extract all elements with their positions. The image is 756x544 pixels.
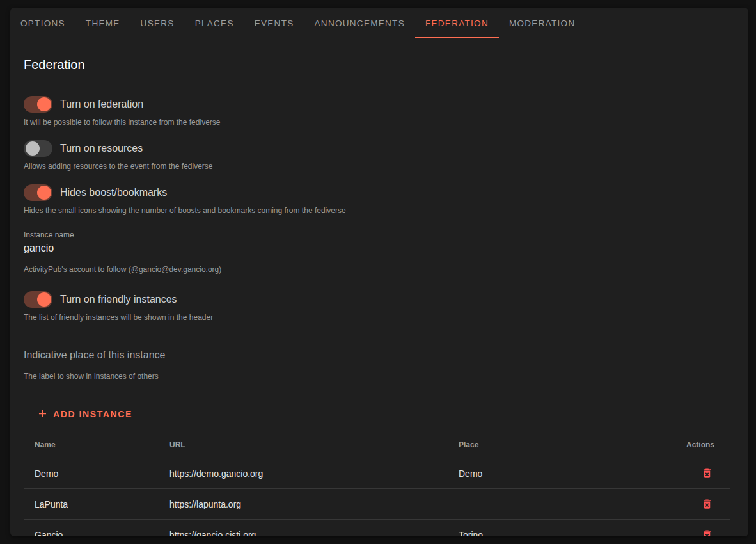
table-header-place: Place: [459, 440, 656, 449]
instance-url-cell: https://demo.gancio.org: [169, 468, 459, 479]
tab-places[interactable]: PLACES: [185, 8, 244, 38]
hide-boost-toggle-label: Hides boost/bookmarks: [60, 187, 167, 198]
hide-boost-toggle[interactable]: [24, 184, 52, 201]
table-header-row: Name URL Place Actions: [24, 431, 730, 458]
instance-name-hint: ActivityPub's account to follow (@gancio…: [24, 265, 730, 274]
tab-options[interactable]: OPTIONS: [10, 8, 75, 38]
delete-forever-icon: [701, 467, 713, 479]
table-row: LaPunta https://lapunta.org: [24, 489, 730, 520]
tab-announcements[interactable]: ANNOUNCEMENTS: [304, 8, 415, 38]
instance-name-cell: LaPunta: [24, 499, 169, 509]
instance-place-cell: Demo: [459, 468, 656, 479]
setting-federation: Turn on federation It will be possible t…: [24, 95, 730, 127]
admin-tabs: OPTIONS THEME USERS PLACES EVENTS ANNOUN…: [10, 8, 748, 38]
instance-place-cell: Torino: [459, 530, 656, 536]
instance-name-input[interactable]: [24, 239, 730, 260]
table-header-url: URL: [169, 440, 459, 449]
toggle-thumb: [37, 97, 51, 111]
instance-name-cell: Gancio: [24, 530, 169, 536]
friendly-instances-toggle[interactable]: [24, 291, 52, 308]
tab-events[interactable]: EVENTS: [244, 8, 304, 38]
federation-toggle-hint: It will be possible to follow this insta…: [24, 118, 730, 127]
setting-boost-bookmarks: Hides boost/bookmarks Hides the small ic…: [24, 184, 730, 215]
instance-url-cell: https://lapunta.org: [169, 499, 459, 509]
delete-instance-button[interactable]: [700, 497, 714, 511]
table-header-actions: Actions: [656, 440, 730, 449]
resources-toggle[interactable]: [24, 140, 52, 157]
tab-federation[interactable]: FEDERATION: [415, 8, 499, 38]
toggle-thumb: [37, 292, 51, 307]
friendly-instances-toggle-label: Turn on friendly instances: [60, 294, 177, 305]
table-row: Gancio https://gancio.cisti.org Torino: [24, 520, 730, 536]
tab-theme[interactable]: THEME: [75, 8, 130, 38]
instance-url-cell: https://gancio.cisti.org: [169, 530, 459, 536]
hide-boost-toggle-hint: Hides the small icons showing the number…: [24, 206, 730, 215]
delete-forever-icon: [701, 529, 713, 536]
table-row: Demo https://demo.gancio.org Demo: [24, 458, 730, 489]
setting-friendly-instances: Turn on friendly instances The list of f…: [24, 291, 730, 322]
delete-instance-button[interactable]: [700, 466, 714, 481]
instance-place-field-group: The label to show in instances of others: [24, 346, 730, 381]
federation-settings-panel: Federation Turn on federation It will be…: [10, 38, 748, 536]
add-instance-button-label: ADD INSTANCE: [53, 409, 132, 419]
federation-toggle[interactable]: [24, 96, 52, 113]
federation-toggle-label: Turn on federation: [60, 99, 143, 110]
tab-moderation[interactable]: MODERATION: [499, 8, 586, 38]
instance-name-field-group: Instance name ActivityPub's account to f…: [24, 230, 730, 274]
delete-instance-button[interactable]: [700, 527, 714, 536]
trusted-instances-table: Name URL Place Actions Demo https://demo…: [24, 431, 730, 536]
toggle-thumb: [37, 186, 51, 200]
instance-name-cell: Demo: [24, 468, 169, 479]
instance-place-hint: The label to show in instances of others: [24, 372, 730, 381]
page-title: Federation: [24, 58, 730, 72]
friendly-instances-toggle-hint: The list of friendly instances will be s…: [24, 313, 730, 322]
resources-toggle-hint: Allows adding resources to the event fro…: [24, 162, 730, 171]
instance-name-label: Instance name: [24, 230, 730, 239]
resources-toggle-label: Turn on resources: [60, 143, 143, 154]
admin-panel-card: OPTIONS THEME USERS PLACES EVENTS ANNOUN…: [10, 8, 748, 536]
toggle-thumb: [26, 141, 40, 156]
delete-forever-icon: [701, 498, 713, 510]
table-header-name: Name: [24, 440, 169, 449]
add-instance-button[interactable]: ADD INSTANCE: [36, 408, 132, 420]
setting-resources: Turn on resources Allows adding resource…: [24, 140, 730, 171]
instance-place-input[interactable]: [24, 346, 730, 367]
plus-icon: [36, 408, 49, 420]
tab-users[interactable]: USERS: [130, 8, 185, 38]
